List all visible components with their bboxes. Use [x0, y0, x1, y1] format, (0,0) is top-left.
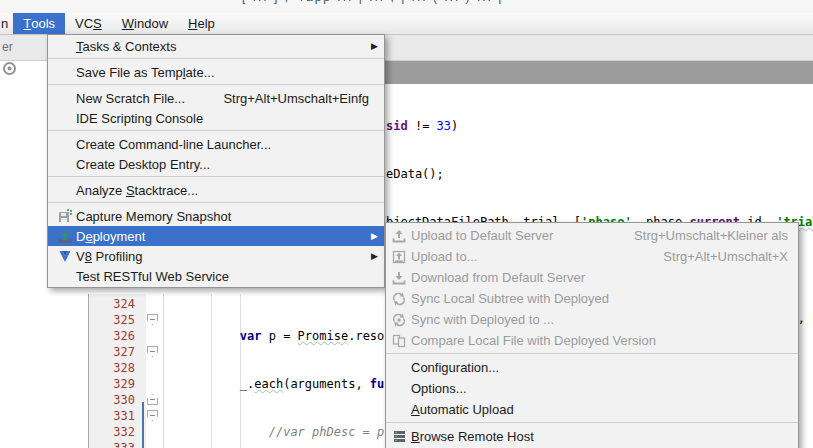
- cutoff-code-fragment: [ ... ] ; /app ... | ... , | ... ( ... )…: [242, 0, 503, 4]
- menu-separator: [386, 420, 798, 426]
- compare-icon: [391, 334, 407, 348]
- menu-item-upload-to[interactable]: Upload to... Strg+Alt+Umschalt+X: [386, 246, 798, 267]
- menu-item-create-command-line-launcher[interactable]: Create Command-line Launcher...: [48, 134, 384, 154]
- submenu-arrow-icon: ▶: [371, 41, 384, 51]
- line-number: 329: [89, 376, 135, 392]
- remote-host-icon: [391, 430, 407, 443]
- download-icon: [391, 271, 407, 285]
- menu-item-tasks-contexts[interactable]: Tasks & Contexts ▶: [48, 36, 384, 56]
- shortcut-label: Strg+Alt+Umschalt+X: [663, 249, 798, 264]
- tools-menu: Tasks & Contexts ▶ Save File as Template…: [47, 34, 385, 288]
- line-number: 333: [89, 440, 135, 448]
- menu-item-ide-scripting-console[interactable]: IDE Scripting Console: [48, 108, 384, 128]
- menubar-item-vcs[interactable]: VCS: [65, 13, 112, 34]
- menubar-item-tools[interactable]: Tools: [13, 13, 65, 34]
- submenu-arrow-icon: ▶: [371, 231, 384, 241]
- menu-item-v8-profiling[interactable]: V8 Profiling ▶: [48, 246, 384, 266]
- deployment-submenu: Upload to Default Server Strg+Umschalt+K…: [385, 222, 799, 448]
- fold-marker[interactable]: [147, 394, 158, 405]
- menu-item-analyze-stacktrace[interactable]: Analyze Stacktrace...: [48, 180, 384, 200]
- menu-item-sync-local-subtree-with-deployed[interactable]: Sync Local Subtree with Deployed: [386, 288, 798, 309]
- line-number: 332: [89, 424, 135, 440]
- menu-bar: n Tools VCS Window Help: [0, 13, 813, 35]
- menu-separator: [48, 174, 384, 180]
- line-number: 325: [89, 312, 135, 328]
- code-line[interactable]: _.each(arguments, fu: [182, 376, 384, 392]
- editor-code-left[interactable]: var p = Promise.reso _.each(arguments, f…: [182, 296, 384, 448]
- line-number: 326: [89, 328, 135, 344]
- menu-separator: [386, 351, 798, 357]
- menu-item-capture-memory-snapshot[interactable]: Capture Memory Snapshot: [48, 206, 384, 226]
- upload-to-icon: [391, 250, 407, 264]
- fold-marker[interactable]: [147, 314, 158, 325]
- line-number: 330: [89, 392, 135, 408]
- code-line[interactable]: //var phDesc = p: [182, 424, 384, 440]
- menu-item-automatic-upload[interactable]: Automatic Upload: [386, 399, 798, 420]
- menu-item-upload-to-default-server[interactable]: Upload to Default Server Strg+Umschalt+K…: [386, 225, 798, 246]
- editor-header-band: [385, 61, 813, 84]
- line-number: 328: [89, 360, 135, 376]
- menu-separator: [48, 82, 384, 88]
- menu-item-options[interactable]: Options...: [386, 378, 798, 399]
- menu-item-save-file-as-template[interactable]: Save File as Template...: [48, 62, 384, 82]
- menu-item-sync-with-deployed-to[interactable]: Sync with Deployed to ...: [386, 309, 798, 330]
- menu-item-test-restful-web-service[interactable]: Test RESTful Web Service: [48, 266, 384, 286]
- menu-item-compare-local-file-with-deployed-version[interactable]: Compare Local File with Deployed Version: [386, 330, 798, 351]
- menubar-item-run-partial[interactable]: n: [0, 13, 13, 34]
- menu-item-download-from-default-server[interactable]: Download from Default Server: [386, 267, 798, 288]
- sync-to-icon: [391, 313, 407, 327]
- shortcut-label: Strg+Umschalt+Kleiner als: [634, 228, 798, 243]
- gutter-divider: [163, 294, 164, 448]
- code-line[interactable]: var p = Promise.reso: [182, 328, 384, 344]
- menu-item-new-scratch-file[interactable]: New Scratch File... Strg+Alt+Umschalt+Ei…: [48, 88, 384, 108]
- window-top-strip: [ ... ] ; /app ... | ... , | ... ( ... )…: [0, 0, 813, 13]
- fold-marker[interactable]: [147, 346, 158, 357]
- menu-item-deployment[interactable]: Deployment ▶: [48, 226, 384, 246]
- menu-item-create-desktop-entry[interactable]: Create Desktop Entry...: [48, 154, 384, 174]
- upload-icon: [391, 229, 407, 243]
- menu-separator: [48, 200, 384, 206]
- gear-icon[interactable]: [2, 61, 17, 79]
- menubar-item-help[interactable]: Help: [178, 13, 225, 34]
- toolbar-left-fragment: er: [2, 40, 13, 54]
- memory-snapshot-icon: [55, 209, 75, 223]
- code-line[interactable]: sid != 33): [386, 118, 813, 134]
- gutter-change-bar: [142, 402, 144, 448]
- sync-icon: [391, 292, 407, 306]
- menu-item-browse-remote-host[interactable]: Browse Remote Host: [386, 426, 798, 447]
- menu-separator: [48, 128, 384, 134]
- line-number: 327: [89, 344, 135, 360]
- line-number: 331: [89, 408, 135, 424]
- menubar-item-window[interactable]: Window: [112, 13, 178, 34]
- v8-profiling-icon: [55, 249, 75, 263]
- submenu-arrow-icon: ▶: [371, 251, 384, 261]
- line-number: 324: [89, 296, 135, 312]
- ide-window: [ ... ] ; /app ... | ... , | ... ( ... )…: [0, 0, 813, 448]
- menu-item-configuration[interactable]: Configuration...: [386, 357, 798, 378]
- code-line[interactable]: eData();: [386, 166, 813, 182]
- fold-marker[interactable]: [147, 410, 158, 421]
- line-numbers: 324 325 326 327 328 329 330 331 332 333: [89, 296, 135, 448]
- deployment-icon: [55, 229, 75, 243]
- shortcut-label: Strg+Alt+Umschalt+Einfg: [223, 91, 384, 106]
- menu-separator: [48, 56, 384, 62]
